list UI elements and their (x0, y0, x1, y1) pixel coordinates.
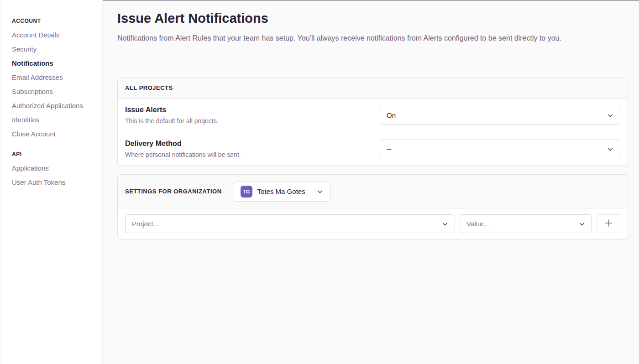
add-project-override-button[interactable] (597, 214, 620, 233)
project-select[interactable]: Project… (125, 214, 455, 233)
issue-alerts-description: This is the default for all projects. (125, 117, 219, 125)
delivery-method-description: Where personal notifications will be sen… (125, 151, 241, 158)
chevron-down-icon (579, 221, 585, 227)
organization-selector[interactable]: TG Totes Ma Gotes (233, 182, 331, 202)
sidebar-section-account: ACCOUNT (12, 14, 102, 28)
sidebar-item-subscriptions[interactable]: Subscriptions (12, 84, 102, 99)
issue-alerts-labels: Issue Alerts This is the default for all… (125, 106, 219, 125)
page-title: Issue Alert Notifications (117, 10, 628, 26)
sidebar-item-email-addresses[interactable]: Email Addresses (12, 70, 102, 84)
all-projects-panel: ALL PROJECTS Issue Alerts This is the de… (117, 77, 628, 166)
left-scrollbar-track (1, 0, 2, 364)
organization-settings-panel: SETTINGS FOR ORGANIZATION TG Totes Ma Go… (117, 174, 628, 239)
sidebar-item-identities[interactable]: Identities (12, 113, 102, 127)
settings-sidebar: ACCOUNT Account Details Security Notific… (0, 0, 103, 364)
chevron-down-icon (607, 112, 613, 119)
chevron-down-icon (607, 146, 613, 152)
project-select-placeholder: Project… (132, 220, 160, 228)
issue-alerts-select-value: On (387, 111, 396, 119)
organization-name: Totes Ma Gotes (257, 187, 305, 195)
sidebar-section-api: API (12, 147, 102, 161)
value-select-placeholder: Value… (466, 220, 490, 228)
settings-main-area: Issue Alert Notifications Notifications … (103, 0, 639, 364)
sidebar-item-notifications[interactable]: Notifications (12, 56, 102, 70)
issue-alerts-row: Issue Alerts This is the default for all… (118, 99, 628, 132)
plus-icon (604, 219, 613, 229)
sidebar-item-authorized-applications[interactable]: Authorized Applications (12, 99, 102, 113)
delivery-method-labels: Delivery Method Where personal notificat… (125, 140, 241, 158)
organization-panel-header: SETTINGS FOR ORGANIZATION TG Totes Ma Go… (118, 175, 628, 208)
delivery-method-label: Delivery Method (125, 140, 241, 148)
sidebar-item-applications[interactable]: Applications (12, 161, 102, 175)
all-projects-panel-header: ALL PROJECTS (118, 78, 628, 99)
delivery-method-select[interactable]: -- (380, 140, 620, 158)
sidebar-item-security[interactable]: Security (12, 42, 102, 56)
chevron-down-icon (442, 221, 448, 227)
sidebar-section-gap (12, 141, 102, 147)
sidebar-item-account-details[interactable]: Account Details (12, 28, 102, 42)
sidebar-item-close-account[interactable]: Close Account (12, 127, 102, 141)
issue-alerts-select[interactable]: On (380, 106, 620, 125)
organization-avatar: TG (241, 186, 252, 198)
chevron-down-icon (317, 188, 323, 195)
organization-panel-header-label: SETTINGS FOR ORGANIZATION (125, 188, 222, 195)
value-select[interactable]: Value… (460, 214, 592, 233)
issue-alerts-label: Issue Alerts (125, 106, 219, 114)
sidebar-item-user-auth-tokens[interactable]: User Auth Tokens (12, 175, 102, 189)
page-subtitle: Notifications from Alert Rules that your… (117, 34, 628, 43)
delivery-method-row: Delivery Method Where personal notificat… (118, 132, 628, 166)
project-filter-row: Project… Value… (118, 208, 628, 239)
delivery-method-select-value: -- (387, 145, 391, 153)
